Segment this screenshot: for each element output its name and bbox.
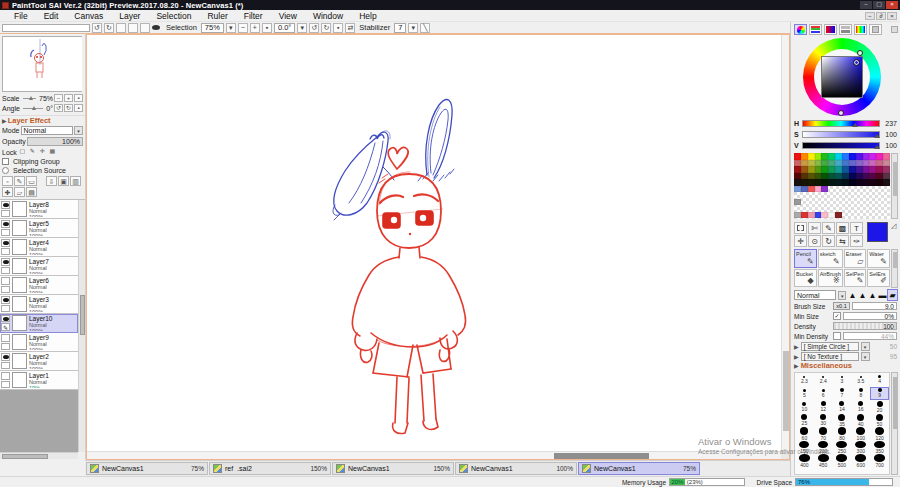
layer-list-vscrollbar[interactable] (78, 200, 85, 452)
title-bar[interactable]: PaintTool SAI Ver.2 (32bit) Preview.2017… (0, 0, 900, 10)
brush-blend-dropdown-icon[interactable]: ▾ (838, 291, 846, 300)
empty-swatch-slot[interactable] (849, 212, 856, 219)
angle-dropdown-button[interactable]: ▾ (297, 23, 307, 33)
rotate-ccw-button[interactable]: ↺ (309, 23, 319, 33)
angle-combo[interactable]: 0.0° (274, 23, 295, 33)
panel-collapse-button[interactable] (891, 26, 898, 33)
layer-thumbnail[interactable] (12, 201, 27, 217)
brush-size-80[interactable]: 80 (833, 427, 852, 441)
menu-file[interactable]: File (6, 11, 36, 21)
tool-selpen[interactable]: SelPen✎ (844, 269, 867, 288)
brush-texture-dropdown-icon[interactable]: ▾ (861, 352, 870, 361)
menu-edit[interactable]: Edit (36, 11, 67, 21)
brush-size-50[interactable]: 50 (870, 414, 889, 428)
color-swatch[interactable] (821, 212, 828, 219)
empty-swatch-slot[interactable] (883, 212, 890, 219)
layer-edit-slot[interactable] (1, 305, 10, 313)
layer-item-layer6[interactable]: Layer6Normal100% (0, 276, 78, 295)
layer-item-layer2[interactable]: Layer2Normal100% (0, 352, 78, 371)
blend-mode-dropdown-icon[interactable]: ▾ (74, 126, 83, 135)
current-color-swatch[interactable] (867, 222, 888, 242)
layer-visibility-toggle[interactable] (1, 315, 10, 322)
doc-minimize-button[interactable]: − (865, 12, 875, 20)
tip-triangle-1[interactable]: ▲ (848, 290, 857, 300)
min-size-slider[interactable]: 0% (843, 312, 897, 320)
layer-item-layer4[interactable]: Layer4Normal100% (0, 238, 78, 257)
angle-slider[interactable] (23, 108, 43, 109)
min-size-check[interactable]: ✓ (833, 312, 841, 320)
stabilizer-dropdown-button[interactable]: ▾ (408, 23, 418, 33)
menu-layer[interactable]: Layer (111, 11, 148, 21)
layer-thumbnail[interactable] (12, 277, 27, 293)
canvas-area[interactable] (86, 34, 790, 460)
layer-visibility-toggle[interactable] (1, 258, 10, 266)
add-layer-button[interactable]: ✚ (2, 187, 13, 197)
layer-thumbnail[interactable] (12, 353, 27, 369)
angle-cw-button[interactable]: ↻ (64, 104, 73, 112)
layer-item-layer8[interactable]: Layer8Normal100% (0, 200, 78, 219)
color-wheel-tab[interactable] (794, 24, 807, 35)
lock-pen-icon[interactable]: ✎ (28, 148, 37, 156)
brush-size-scrollbar[interactable] (891, 372, 898, 475)
brush-size-9[interactable]: 9 (870, 387, 889, 401)
color-swatch[interactable] (828, 212, 835, 219)
empty-swatch-slot[interactable] (856, 212, 863, 219)
layer-visibility-toggle[interactable] (1, 353, 10, 361)
color-swatch[interactable] (801, 212, 808, 219)
layer-effect-expander[interactable]: ▶ (2, 117, 7, 124)
menu-window[interactable]: Window (305, 11, 351, 21)
lasso-tool-button[interactable]: ✄ (808, 222, 821, 234)
brush-size-200[interactable]: 200 (814, 441, 833, 455)
brush-size-8[interactable]: 8 (851, 387, 870, 401)
menu-selection[interactable]: Selection (148, 11, 199, 21)
zoom-in-button[interactable]: + (250, 23, 260, 33)
doc-restore-button[interactable]: ∂ (876, 12, 886, 20)
picker-tool-button[interactable]: ✑ (850, 235, 863, 247)
brush-size-120[interactable]: 120 (870, 427, 889, 441)
layer-edit-slot[interactable] (1, 343, 10, 351)
brush-size-6[interactable]: 6 (814, 387, 833, 401)
layer-item-layer1[interactable]: Layer1Normal19% (0, 371, 78, 390)
tip-triangle-2[interactable]: ▲ (858, 290, 867, 300)
color-mixer-tab[interactable] (824, 24, 837, 35)
canvas-vscrollbar[interactable] (781, 35, 789, 451)
lock-transparent-icon[interactable]: ▢ (18, 148, 27, 156)
selection-source-radio[interactable] (2, 167, 9, 174)
stabilizer-combo[interactable]: 7 (394, 23, 406, 33)
tool-pencil[interactable]: Pencil✎ (794, 249, 817, 268)
brush-texture-expander[interactable]: ▶ (794, 353, 799, 360)
quick-access-box[interactable] (2, 24, 90, 32)
merge-down-button[interactable]: ▥ (70, 176, 81, 186)
brush-size-10[interactable]: 10 (795, 400, 814, 414)
brush-size-350[interactable]: 350 (870, 441, 889, 455)
zoom-reset-button[interactable]: ▪ (262, 23, 272, 33)
brush-size-3[interactable]: 3 (833, 373, 852, 387)
hue-selector[interactable] (857, 50, 863, 56)
blend-mode-select[interactable]: Normal (21, 126, 73, 135)
text-tool-button[interactable]: T (850, 222, 863, 234)
miscellaneous-expander[interactable]: ▶ (794, 362, 799, 369)
layer-thumbnail[interactable] (12, 372, 27, 388)
layer-thumbnail[interactable] (12, 220, 27, 236)
saturation-value-square[interactable] (821, 56, 863, 98)
menu-ruler[interactable]: Ruler (199, 11, 235, 21)
tool-sketch[interactable]: sketch✎ (818, 249, 843, 268)
move-tool-button[interactable]: ✛ (794, 235, 807, 247)
brush-shape-expander[interactable]: ▶ (794, 343, 799, 350)
empty-swatch-slot[interactable] (869, 212, 876, 219)
brush-size-250[interactable]: 250 (833, 441, 852, 455)
layer-list-hscrollbar[interactable] (0, 452, 78, 459)
brush-size-300[interactable]: 300 (851, 441, 870, 455)
selection-visibility-icon[interactable] (152, 25, 160, 30)
brush-size-3.5[interactable]: 3.5 (851, 373, 870, 387)
color-swatch[interactable] (835, 212, 842, 219)
canvas-hscrollbar[interactable] (87, 451, 781, 459)
zoom-tool-button[interactable]: ⊙ (808, 235, 821, 247)
brush-shape-dropdown-icon[interactable]: ▾ (861, 342, 870, 351)
cut-button[interactable] (116, 23, 126, 33)
angle-reset-button[interactable]: ▪ (74, 104, 83, 112)
clear-layer-button[interactable]: ▱ (14, 187, 25, 197)
brush-size-30[interactable]: 30 (814, 414, 833, 428)
brush-blend-mode-select[interactable]: Normal (794, 290, 836, 300)
brush-size-70[interactable]: 70 (814, 427, 833, 441)
